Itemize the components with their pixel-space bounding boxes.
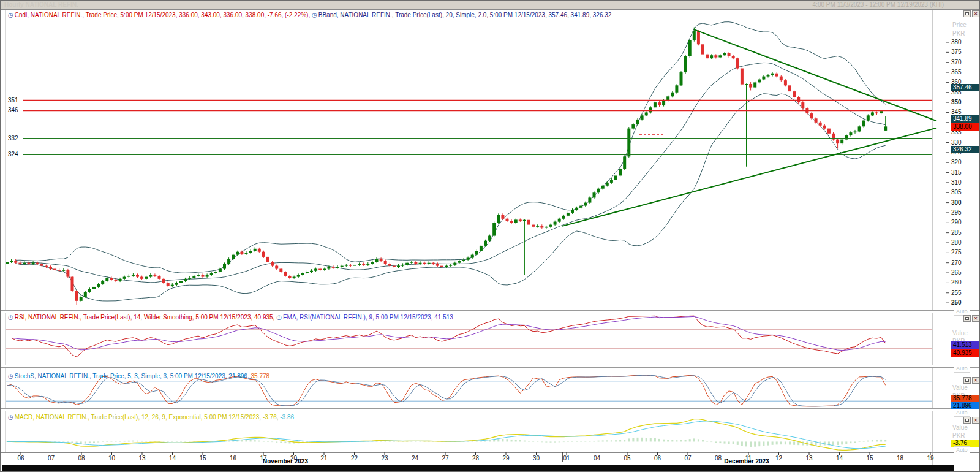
- bband-upper-badge: 357.46: [951, 84, 980, 91]
- rsi-axis-title: Value: [952, 330, 968, 337]
- last-price-badge: 338.00: [951, 123, 980, 131]
- price-tick-255: 255: [951, 289, 962, 296]
- macd-signal-value: -3.86: [280, 414, 294, 421]
- stoch-pane-close-button[interactable]: ✕: [972, 377, 979, 384]
- close-icon: ✕: [974, 316, 978, 321]
- price-axis-title: Price: [952, 21, 967, 28]
- price-tick-260: 260: [951, 279, 962, 286]
- rsi-pane-restore-button[interactable]: [963, 315, 971, 322]
- macd-pane-close-button[interactable]: ✕: [972, 417, 979, 424]
- date-tick-10: 21: [317, 455, 331, 462]
- date-tick-26: 13: [802, 455, 816, 462]
- rsi-ema-badge: 41.513: [951, 341, 980, 349]
- date-tick-30: 19: [923, 455, 938, 462]
- date-tick-20: 05: [620, 455, 635, 462]
- price-tick-375: 375: [951, 48, 962, 55]
- indicator-clock-icon[interactable]: ◷: [8, 373, 13, 379]
- stoch-d-value: 35.778: [251, 373, 270, 379]
- price-tick-280: 280: [951, 239, 962, 246]
- price-tick-305: 305: [951, 189, 962, 196]
- stoch-legend-text[interactable]: StochS, NATIONAL REFIN., Trade Price, 5,…: [15, 373, 251, 379]
- level-label-324: 324: [7, 151, 19, 158]
- price-tick-370: 370: [951, 59, 962, 66]
- rsi-badge: 40.935: [951, 349, 980, 357]
- indicator-clock-icon[interactable]: ◷: [312, 12, 317, 18]
- price-tick-295: 295: [951, 209, 962, 216]
- indicator-clock-icon[interactable]: ◷: [8, 414, 13, 421]
- date-tick-22: 07: [680, 455, 695, 462]
- close-icon: ✕: [974, 417, 978, 423]
- date-tick-12: 23: [377, 455, 392, 462]
- price-tick-275: 275: [951, 249, 962, 256]
- pane-separator[interactable]: [1, 310, 980, 313]
- date-tick-16: 29: [499, 455, 513, 462]
- titlebar[interactable]: Hourly NATIONAL REFIN. 4:00 PM 11/3/2023…: [1, 1, 979, 10]
- pane-separator[interactable]: [1, 408, 980, 411]
- date-tick-25: 12: [772, 455, 786, 462]
- date-tick-3: 10: [105, 455, 119, 462]
- close-icon: ✕: [974, 378, 978, 383]
- level-label-332: 332: [7, 135, 19, 142]
- indicator-clock-icon[interactable]: ◷: [8, 12, 13, 18]
- window-title: Hourly NATIONAL REFIN.: [4, 1, 78, 8]
- macd-axis-currency: PKR: [952, 432, 965, 439]
- date-tick-21: 06: [650, 455, 665, 462]
- rsi-pane-close-button[interactable]: ✕: [972, 315, 979, 322]
- indicator-clock-icon[interactable]: ◷: [8, 314, 13, 321]
- candle-legend-text[interactable]: Cndl, NATIONAL REFIN., Trade Price, 5:00…: [15, 12, 312, 18]
- price-tick-315: 315: [951, 169, 962, 176]
- price-tick-285: 285: [951, 229, 962, 236]
- main-pane-restore-button[interactable]: [963, 10, 971, 17]
- date-tick-13: 24: [408, 455, 423, 462]
- price-tick-265: 265: [951, 269, 962, 276]
- price-tick-290: 290: [951, 219, 962, 226]
- rsi-legend-text[interactable]: RSI, NATIONAL REFIN., Trade Price(Last),…: [15, 314, 276, 321]
- price-tick-345: 345: [951, 108, 962, 115]
- macd-legend: ◷MACD, NATIONAL REFIN., Trade Price(Last…: [8, 414, 294, 421]
- macd-auto-scale-button[interactable]: Auto: [954, 446, 970, 454]
- date-tick-24: 11: [741, 455, 756, 462]
- macd-pane-restore-button[interactable]: [963, 417, 971, 424]
- price-tick-250: 250: [951, 299, 962, 306]
- date-tick-2: 08: [74, 455, 89, 462]
- close-icon: ✕: [974, 11, 978, 17]
- date-tick-28: 15: [862, 455, 877, 462]
- date-tick-27: 14: [832, 455, 847, 462]
- time-range-label: 4:00 PM 11/3/2023 - 12:00 PM 12/19/2023 …: [813, 1, 944, 8]
- price-tick-300: 300: [951, 199, 962, 206]
- level-label-351: 351: [7, 97, 19, 104]
- date-tick-29: 18: [893, 455, 908, 462]
- stoch-axis-title: Value: [952, 384, 968, 391]
- chart-canvas[interactable]: [1, 1, 980, 472]
- date-tick-5: 14: [165, 455, 180, 462]
- date-tick-17: 30: [529, 455, 544, 462]
- stoch-auto-scale-button[interactable]: Auto: [954, 409, 970, 417]
- rsi-auto-scale-button[interactable]: Auto: [954, 365, 970, 373]
- date-tick-8: 17: [256, 455, 271, 462]
- month-label-november: November 2023: [243, 458, 328, 465]
- pane-separator[interactable]: [1, 365, 980, 368]
- macd-axis-title: Value: [952, 424, 968, 431]
- restore-icon: [965, 419, 969, 422]
- bband-mid-badge: 341.89: [951, 115, 980, 123]
- stoch-legend: ◷StochS, NATIONAL REFIN., Trade Price, 5…: [8, 373, 270, 379]
- rsi-ema-legend-text[interactable]: EMA, RSI(NATIONAL REFIN.), 9, 5:00 PM 12…: [283, 314, 453, 321]
- indicator-clock-icon[interactable]: ◷: [276, 314, 282, 321]
- date-tick-23: 08: [711, 455, 726, 462]
- main-pane-close-button[interactable]: ✕: [972, 10, 979, 17]
- bottom-scrollbar[interactable]: [2, 465, 954, 472]
- bband-legend-text[interactable]: BBand, NATIONAL REFIN., Trade Price(Last…: [318, 12, 612, 18]
- level-label-346: 346: [7, 107, 19, 113]
- price-tick-365: 365: [951, 69, 962, 75]
- main-legend: ◷Cndl, NATIONAL REFIN., Trade Price, 5:0…: [8, 12, 611, 18]
- date-tick-14: 27: [438, 455, 453, 462]
- price-tick-270: 270: [951, 259, 962, 266]
- date-tick-4: 13: [135, 455, 149, 462]
- date-tick-6: 15: [195, 455, 210, 462]
- stoch-d-badge: 35.778: [951, 395, 980, 402]
- macd-legend-text[interactable]: MACD, NATIONAL REFIN., Trade Price(Last)…: [15, 414, 281, 421]
- chart-window: Hourly NATIONAL REFIN. 4:00 PM 11/3/2023…: [0, 0, 980, 472]
- stoch-pane-restore-button[interactable]: [963, 377, 971, 384]
- bband-lower-badge: 326.32: [951, 146, 980, 153]
- date-tick-0: 06: [13, 455, 28, 462]
